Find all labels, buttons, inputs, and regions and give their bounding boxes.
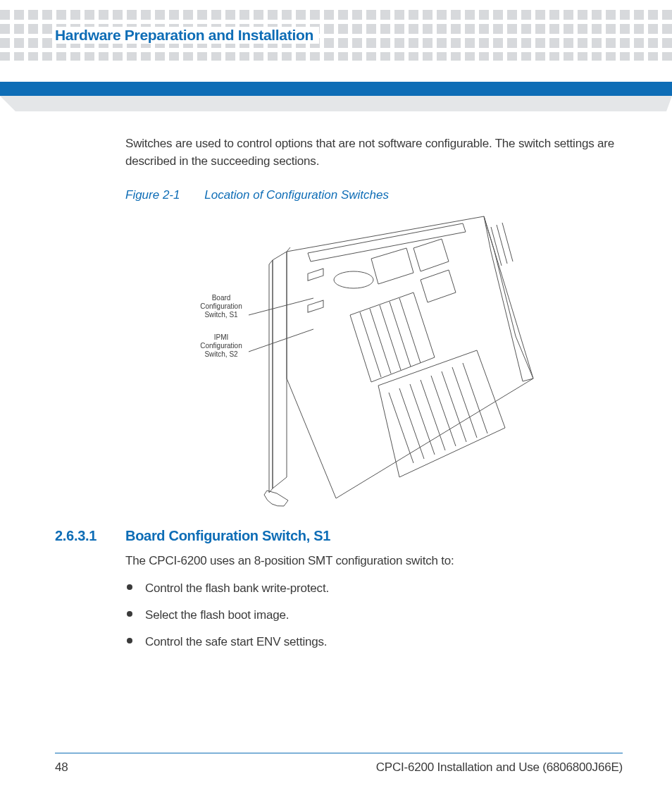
- header-grey-shadow: [0, 96, 672, 111]
- svg-marker-4: [269, 260, 273, 493]
- svg-marker-3: [273, 252, 287, 488]
- callout-s1: Board Configuration Switch, S1: [197, 294, 246, 319]
- svg-marker-5: [484, 216, 533, 381]
- svg-marker-18: [350, 292, 435, 382]
- list-item: Control the safe start ENV settings.: [125, 634, 617, 651]
- list-item: Select the flash boot image.: [125, 607, 617, 624]
- list-item: Control the flash bank write-protect.: [125, 580, 617, 597]
- bullet-list: Control the flash bank write-protect. Se…: [125, 580, 617, 650]
- svg-line-21: [380, 305, 401, 370]
- header-blue-bar: [0, 82, 672, 96]
- svg-line-20: [370, 309, 391, 374]
- svg-marker-26: [421, 270, 456, 302]
- svg-marker-25: [413, 239, 449, 271]
- svg-line-15: [442, 371, 466, 442]
- svg-line-12: [410, 384, 435, 455]
- callout-s2: IPMI Configuration Switch, S2: [197, 333, 246, 359]
- svg-line-16: [452, 367, 477, 438]
- svg-rect-29: [308, 269, 323, 281]
- svg-rect-30: [308, 300, 323, 312]
- chapter-title: Hardware Preparation and Installation: [55, 27, 319, 44]
- svg-marker-24: [371, 248, 413, 284]
- svg-marker-28: [308, 223, 466, 261]
- section-lead: The CPCI-6200 uses an 8-position SMT con…: [125, 554, 617, 568]
- svg-line-11: [399, 388, 424, 459]
- svg-line-17: [463, 363, 487, 433]
- svg-line-8: [502, 223, 513, 261]
- svg-point-27: [334, 271, 373, 288]
- svg-line-22: [390, 302, 411, 366]
- svg-line-32: [249, 329, 313, 352]
- figure-title: Location of Configuration Switches: [204, 188, 389, 202]
- svg-marker-9: [378, 350, 505, 477]
- svg-line-31: [249, 298, 313, 315]
- section-title: Board Configuration Switch, S1: [125, 528, 330, 544]
- figure-number: Figure 2-1: [125, 188, 180, 202]
- doc-title-footer: CPCI-6200 Installation and Use (6806800J…: [376, 760, 623, 775]
- svg-line-7: [497, 225, 507, 264]
- figure-diagram: Board Configuration Switch, S1 IPMI Conf…: [202, 209, 540, 512]
- svg-marker-0: [0, 96, 672, 111]
- svg-line-19: [360, 312, 381, 377]
- intro-paragraph: Switches are used to control options tha…: [125, 135, 617, 170]
- svg-line-10: [389, 393, 413, 463]
- figure-caption: Figure 2-1 Location of Configuration Swi…: [125, 188, 617, 202]
- section-number: 2.6.3.1: [55, 528, 125, 544]
- page-number: 48: [55, 760, 68, 775]
- svg-line-23: [399, 298, 421, 363]
- svg-line-14: [431, 376, 456, 446]
